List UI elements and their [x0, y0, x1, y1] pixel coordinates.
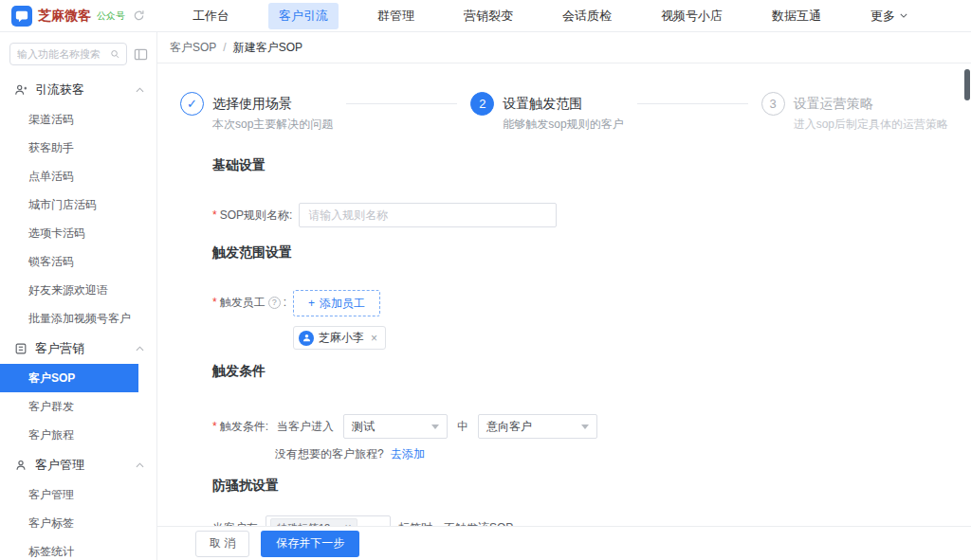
step-desc: 本次sop主要解决的问题 [212, 117, 333, 133]
add-staff-button[interactable]: + 添加员工 [293, 290, 380, 316]
nav-more-label: 更多 [870, 8, 895, 25]
staff-avatar [299, 331, 314, 346]
sidebar-item-customer-mass-send[interactable]: 客户群发 [0, 392, 156, 421]
section-title: 引流获客 [35, 81, 84, 99]
sidebar-item-order-code[interactable]: 点单活码 [0, 162, 156, 190]
section-title: 客户管理 [35, 457, 84, 474]
tag-chip: 特殊标签12... × [270, 518, 357, 527]
breadcrumb: 客户SOP / 新建客户SOP [157, 32, 971, 63]
required-marker: * [212, 414, 217, 439]
brand-name: 芝麻微客 [38, 8, 91, 25]
chevron-up-icon [136, 346, 144, 352]
app-window: 芝麻微客 公众号 工作台 客户引流 群管理 营销裂变 会话质检 视频号小店 数据… [0, 0, 971, 560]
brand: 芝麻微客 公众号 [11, 6, 161, 27]
sop-name-row: * SOP规则名称: [212, 203, 948, 227]
app-logo-icon [11, 6, 32, 27]
section-anti-disturb: 防骚扰设置 [212, 478, 948, 495]
sop-name-label: * SOP规则名称: [212, 203, 292, 227]
section-trigger-condition: 触发条件 [212, 363, 948, 380]
sidebar-item-customer-sop[interactable]: 客户SOP [0, 364, 138, 392]
nav-item-group-management[interactable]: 群管理 [367, 3, 425, 29]
panel-toggle-icon[interactable] [134, 47, 148, 62]
stage-select[interactable]: 意向客户 [478, 414, 597, 439]
condition-prefix: 当客户进入 [277, 414, 334, 439]
trigger-staff-row: * 触发员工 ? : + 添加员工 [212, 290, 948, 350]
nav-item-video-shop[interactable]: 视频号小店 [650, 3, 733, 29]
anti-disturb-row: 当客户有 特殊标签12... × 标签时，不触发该SOP [212, 515, 948, 526]
condition-middle: 中 [457, 414, 468, 439]
journey-hint: 没有想要的客户旅程? [275, 447, 384, 461]
main-panel: 客户SOP / 新建客户SOP ✓ 选择使用场景 本次sop主要解决的问题 [157, 32, 971, 560]
sidebar-item-tab-code[interactable]: 选项卡活码 [0, 219, 156, 247]
trigger-staff-label: * 触发员工 ? : [212, 290, 286, 315]
sidebar-item-city-store-code[interactable]: 城市门店活码 [0, 190, 156, 219]
add-journey-link[interactable]: 去添加 [391, 447, 425, 461]
chevron-up-icon [136, 462, 144, 468]
section-trigger-range: 触发范围设置 [212, 244, 948, 262]
sidebar: 引流获客 渠道活码 获客助手 点单活码 城市门店活码 选项卡活码 锁客活码 好友… [0, 32, 157, 560]
nav-item-customer-acquisition[interactable]: 客户引流 [268, 3, 339, 29]
step-number: 2 [470, 92, 494, 116]
account-type-badge: 公众号 [97, 9, 125, 23]
top-navigation: 工作台 客户引流 群管理 营销裂变 会话质检 视频号小店 数据互通 更多 [182, 3, 918, 29]
sidebar-item-customer-management[interactable]: 客户管理 [0, 480, 156, 509]
section-title: 客户营销 [35, 340, 84, 357]
step-title: 设置运营策略 [794, 92, 948, 116]
sidebar-item-tag-statistics[interactable]: 标签统计 [0, 537, 156, 560]
plus-icon: + [308, 297, 315, 310]
sidebar-item-batch-add-video[interactable]: 批量添加视频号客户 [0, 304, 156, 333]
page-content: ✓ 选择使用场景 本次sop主要解决的问题 2 设置触发范围 能够触发sop规则… [157, 63, 971, 526]
search-icon [110, 48, 119, 60]
sidebar-item-friend-source-welcome[interactable]: 好友来源欢迎语 [0, 276, 156, 304]
journey-select[interactable]: 测试 [343, 414, 448, 439]
step-desc: 能够触发sop规则的客户 [503, 117, 623, 133]
trigger-condition-row: * 触发条件: 当客户进入 测试 中 意向客户 [212, 414, 948, 462]
nav-item-data-exchange[interactable]: 数据互通 [761, 3, 832, 29]
chevron-down-icon [431, 425, 439, 433]
nav-item-workbench[interactable]: 工作台 [182, 3, 240, 29]
user-card-icon [14, 459, 27, 472]
step-check-icon: ✓ [180, 92, 204, 116]
step-connector [637, 103, 748, 104]
step-title: 设置触发范围 [503, 92, 623, 116]
nav-item-marketing-fission[interactable]: 营销裂变 [453, 3, 523, 29]
required-marker: * [212, 203, 217, 227]
step-trigger-range: 2 设置触发范围 能够触发sop规则的客户 [470, 92, 760, 133]
breadcrumb-separator: / [223, 41, 226, 54]
save-next-button[interactable]: 保存并下一步 [261, 531, 359, 557]
required-marker: * [212, 290, 217, 315]
step-number: 3 [761, 92, 785, 116]
sidebar-item-customer-tags[interactable]: 客户标签 [0, 509, 156, 537]
breadcrumb-current: 新建客户SOP [233, 40, 302, 56]
help-icon[interactable]: ? [268, 297, 281, 309]
nav-item-more[interactable]: 更多 [860, 3, 918, 29]
calendar-icon [14, 342, 27, 355]
sidebar-search-row [0, 43, 156, 74]
section-basic-settings: 基础设置 [212, 157, 948, 174]
sidebar-section-marketing[interactable]: 客户营销 [0, 333, 156, 364]
close-icon[interactable]: × [371, 333, 377, 344]
journey-hint-row: 没有想要的客户旅程? 去添加 [275, 446, 605, 462]
search-input[interactable] [17, 48, 106, 60]
staff-tag: 芝麻小李 × [293, 326, 386, 350]
sidebar-item-acquisition-assistant[interactable]: 获客助手 [0, 134, 156, 162]
sidebar-section-management[interactable]: 客户管理 [0, 449, 156, 480]
cancel-button[interactable]: 取 消 [195, 531, 249, 557]
steps-indicator: ✓ 选择使用场景 本次sop主要解决的问题 2 设置触发范围 能够触发sop规则… [180, 92, 948, 133]
sidebar-section-acquisition[interactable]: 引流获客 [0, 74, 156, 105]
scrollbar-thumb[interactable] [964, 69, 970, 100]
breadcrumb-parent[interactable]: 客户SOP [170, 40, 216, 56]
trigger-condition-label: * 触发条件: [212, 414, 268, 439]
sidebar-item-customer-journey[interactable]: 客户旅程 [0, 421, 156, 449]
refresh-icon[interactable] [133, 9, 145, 22]
step-desc: 进入sop后制定具体的运营策略 [794, 117, 948, 133]
chevron-down-icon [900, 13, 907, 18]
sidebar-item-channel-code[interactable]: 渠道活码 [0, 105, 156, 134]
sidebar-search-box[interactable] [9, 43, 127, 65]
nav-item-chat-inspection[interactable]: 会话质检 [552, 3, 622, 29]
sop-name-input[interactable] [299, 203, 557, 227]
step-connector [346, 103, 457, 104]
form-footer: 取 消 保存并下一步 [157, 526, 971, 560]
disturb-tag-input[interactable]: 特殊标签12... × [266, 515, 391, 526]
sidebar-item-lock-code[interactable]: 锁客活码 [0, 247, 156, 276]
